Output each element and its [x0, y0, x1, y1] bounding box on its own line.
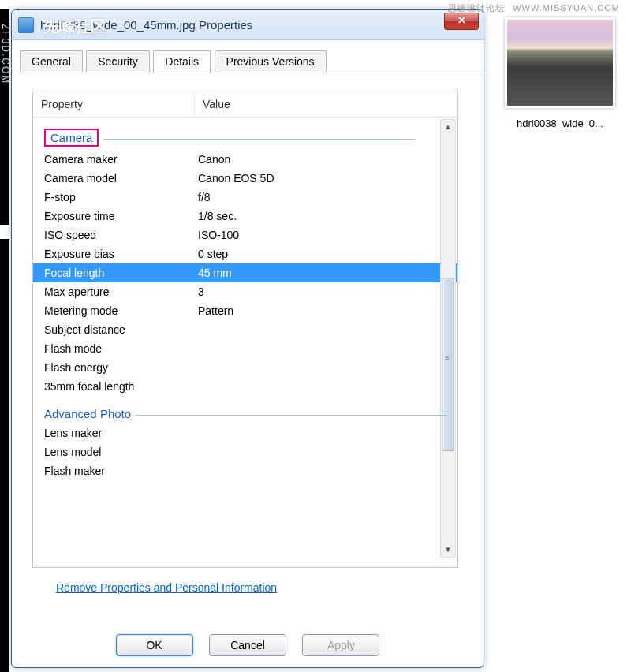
file-icon — [18, 17, 34, 33]
tab-details[interactable]: Details — [153, 50, 211, 73]
cancel-button[interactable]: Cancel — [209, 634, 286, 656]
scroll-thumb[interactable] — [442, 278, 454, 451]
property-row[interactable]: Lens maker — [33, 424, 457, 442]
property-row[interactable]: Flash energy — [33, 358, 457, 377]
watermark-top: 思缘设计论坛 WWW.MISSYUAN.COM — [448, 2, 625, 14]
property-row[interactable]: Camera makerCanon — [33, 150, 457, 169]
prop-name: Lens maker — [44, 427, 198, 439]
prop-name: Subject distance — [44, 323, 198, 336]
prop-name: Camera maker — [44, 153, 198, 166]
prop-value: 45 mm — [198, 267, 457, 279]
prop-value — [198, 465, 457, 477]
prop-name: Flash maker — [44, 465, 198, 477]
property-row[interactable]: Lens model — [33, 442, 457, 461]
prop-name: Max aperture — [44, 286, 198, 298]
prop-name: Flash energy — [44, 361, 198, 374]
property-listbox: Property Value ▲ ▼ CameraCamera makerCan… — [32, 91, 458, 568]
property-row[interactable]: Flash maker — [33, 461, 457, 480]
dialog-buttons: OK Cancel Apply — [12, 634, 484, 656]
property-row[interactable]: Flash mode — [33, 339, 457, 358]
prop-value — [198, 446, 457, 458]
property-row[interactable]: Camera modelCanon EOS 5D — [33, 169, 457, 188]
prop-value: f/8 — [198, 191, 457, 203]
property-row[interactable]: Max aperture3 — [33, 282, 457, 301]
property-row[interactable]: F-stopf/8 — [33, 188, 457, 207]
property-row[interactable]: ISO speedISO-100 — [33, 226, 457, 245]
scroll-down-icon[interactable]: ▼ — [441, 543, 455, 557]
thumbnail-image — [505, 17, 615, 108]
property-row[interactable]: 35mm focal length — [33, 377, 457, 396]
prop-value — [198, 323, 457, 336]
ok-button[interactable]: OK — [116, 634, 193, 656]
tab-strip: General Security Details Previous Versio… — [12, 40, 484, 73]
group-header: Camera — [33, 118, 457, 150]
prop-name: Metering mode — [44, 304, 198, 317]
prop-name: Focal length — [44, 267, 198, 279]
watermark-url: WWW.MISSYUAN.COM — [513, 3, 620, 13]
tab-security[interactable]: Security — [86, 50, 150, 72]
prop-name: Exposure bias — [44, 248, 198, 260]
properties-dialog: hdri0038_wide_00_45mm.jpg Properties ✕ G… — [11, 9, 484, 668]
prop-name: Camera model — [44, 172, 198, 185]
left-strip — [0, 0, 9, 672]
property-row[interactable]: Exposure time1/8 sec. — [33, 207, 457, 226]
prop-name: Lens model — [44, 446, 198, 458]
property-row[interactable]: Exposure bias0 step — [33, 245, 457, 263]
watermark-cn: 先峰社区 — [43, 16, 106, 37]
list-header: Property Value — [33, 91, 457, 118]
prop-value — [198, 342, 457, 355]
col-value[interactable]: Value — [195, 91, 457, 117]
prop-name: F-stop — [44, 191, 198, 203]
watermark-side: ZF3D.COM — [0, 24, 11, 84]
property-row[interactable]: Subject distance — [33, 320, 457, 339]
prop-value: 3 — [198, 286, 457, 298]
prop-value: 1/8 sec. — [198, 210, 457, 222]
col-property[interactable]: Property — [33, 91, 195, 117]
tab-general[interactable]: General — [20, 50, 83, 72]
property-row[interactable]: Metering modePattern — [33, 301, 457, 320]
prop-name: ISO speed — [44, 229, 198, 241]
file-thumbnail[interactable]: hdri0038_wide_0... — [501, 17, 619, 131]
group-header: Advanced Photo — [33, 396, 457, 424]
apply-button[interactable]: Apply — [302, 634, 379, 656]
prop-value — [198, 380, 457, 393]
prop-value: Pattern — [198, 304, 457, 317]
prop-value: 0 step — [198, 248, 457, 260]
prop-value — [198, 427, 457, 439]
prop-value: Canon — [198, 153, 457, 166]
property-row[interactable]: Focal length45 mm — [33, 263, 457, 282]
close-button[interactable]: ✕ — [444, 13, 479, 30]
prop-value: Canon EOS 5D — [198, 172, 457, 185]
watermark-forum: 思缘设计论坛 — [448, 3, 505, 13]
thumbnail-label: hdri0038_wide_0... — [501, 116, 619, 131]
prop-value: ISO-100 — [198, 229, 457, 241]
prop-name: Exposure time — [44, 210, 198, 222]
details-panel: Property Value ▲ ▼ CameraCamera makerCan… — [12, 73, 484, 603]
prop-value — [198, 361, 457, 374]
remove-properties-link-row: Remove Properties and Personal Informati… — [32, 568, 469, 595]
remove-properties-link[interactable]: Remove Properties and Personal Informati… — [56, 581, 277, 594]
prop-name: Flash mode — [44, 342, 198, 355]
prop-name: 35mm focal length — [44, 380, 198, 393]
tab-previous-versions[interactable]: Previous Versions — [215, 50, 327, 72]
scrollbar[interactable]: ▲ ▼ — [440, 119, 456, 558]
list-body[interactable]: ▲ ▼ CameraCamera makerCanonCamera modelC… — [33, 118, 457, 559]
